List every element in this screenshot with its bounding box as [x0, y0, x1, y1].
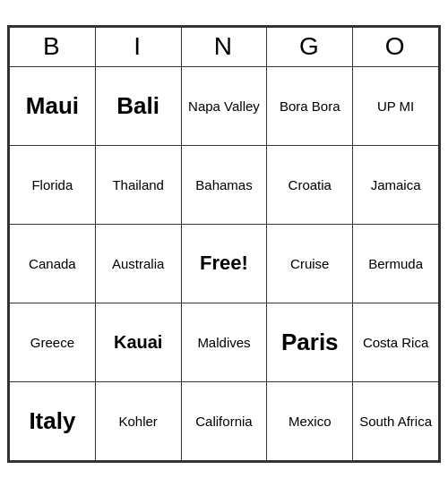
bingo-cell-0-1: Bali: [95, 66, 181, 145]
bingo-cell-3-2: Maldives: [181, 303, 267, 381]
bingo-cell-1-1: Thailand: [95, 145, 181, 224]
bingo-cell-0-3: Bora Bora: [267, 66, 353, 145]
header-row: BINGO: [10, 27, 439, 66]
bingo-cell-4-1: Kohler: [95, 381, 181, 460]
header-col-i: I: [95, 27, 181, 66]
bingo-row-4: ItalyKohlerCaliforniaMexicoSouth Africa: [10, 381, 439, 460]
bingo-cell-3-4: Costa Rica: [353, 303, 439, 381]
bingo-cell-4-0: Italy: [10, 381, 96, 460]
bingo-cell-4-3: Mexico: [267, 381, 353, 460]
bingo-row-0: MauiBaliNapa ValleyBora BoraUP MI: [10, 66, 439, 145]
bingo-cell-2-0: Canada: [10, 224, 96, 303]
bingo-cell-4-4: South Africa: [353, 381, 439, 460]
bingo-cell-2-3: Cruise: [267, 224, 353, 303]
bingo-cell-0-0: Maui: [10, 66, 96, 145]
header-col-b: B: [10, 27, 96, 66]
bingo-row-3: GreeceKauaiMaldivesParisCosta Rica: [10, 303, 439, 381]
bingo-cell-3-1: Kauai: [95, 303, 181, 381]
bingo-cell-2-4: Bermuda: [353, 224, 439, 303]
bingo-cell-1-4: Jamaica: [353, 145, 439, 224]
header-col-o: O: [353, 27, 439, 66]
bingo-cell-1-0: Florida: [10, 145, 96, 224]
bingo-cell-1-2: Bahamas: [181, 145, 267, 224]
bingo-cell-4-2: California: [181, 381, 267, 460]
bingo-cell-0-4: UP MI: [353, 66, 439, 145]
bingo-card: BINGO MauiBaliNapa ValleyBora BoraUP MIF…: [7, 25, 441, 463]
bingo-row-1: FloridaThailandBahamasCroatiaJamaica: [10, 145, 439, 224]
bingo-cell-3-3: Paris: [267, 303, 353, 381]
bingo-cell-3-0: Greece: [10, 303, 96, 381]
header-col-g: G: [267, 27, 353, 66]
bingo-cell-1-3: Croatia: [267, 145, 353, 224]
bingo-cell-2-1: Australia: [95, 224, 181, 303]
bingo-cell-2-2: Free!: [181, 224, 267, 303]
bingo-cell-0-2: Napa Valley: [181, 66, 267, 145]
bingo-row-2: CanadaAustraliaFree!CruiseBermuda: [10, 224, 439, 303]
header-col-n: N: [181, 27, 267, 66]
